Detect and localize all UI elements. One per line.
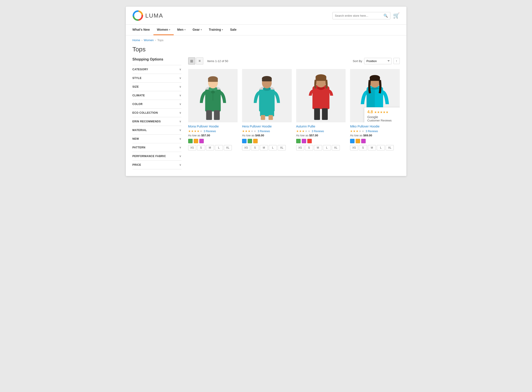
review-link-4[interactable]: 3 Reviews (366, 130, 378, 133)
product-card-1: Mona Pullover Hoodie ★ ★ ★ ★ ★ 3 Reviews… (188, 69, 238, 150)
filter-pattern-chevron: ∨ (179, 146, 181, 149)
size-xl-1[interactable]: XL (224, 145, 232, 150)
filter-eco-header[interactable]: ECO COLLECTION ∨ (133, 109, 181, 117)
size-m-4[interactable]: M (368, 145, 376, 150)
size-m-2[interactable]: M (260, 145, 268, 150)
swatch-blue-4[interactable] (350, 139, 355, 143)
size-xs-4[interactable]: XS (350, 145, 358, 150)
product-image-3 (296, 69, 346, 122)
size-xl-2[interactable]: XL (278, 145, 286, 150)
view-grid-button[interactable]: ⊞ (188, 57, 195, 65)
filter-category-chevron: ∨ (179, 68, 181, 71)
nav-chevron-training: ▾ (222, 28, 223, 31)
swatch-orange-4[interactable] (356, 139, 360, 143)
filter-pattern-label: PATTERN (133, 146, 145, 149)
filter-erin-header[interactable]: ERIN RECOMMENDS ∨ (133, 117, 181, 126)
size-s-3[interactable]: S (305, 145, 313, 150)
header-right: 🔍 🛒 (332, 12, 400, 19)
sort-select[interactable]: Position Product Name Price (364, 58, 392, 64)
filter-size-header[interactable]: SIZE ∨ (133, 83, 181, 91)
nav-item-women[interactable]: Women ▾ (153, 25, 174, 35)
swatch-green-2[interactable] (248, 139, 252, 143)
swatch-green-3[interactable] (296, 139, 301, 143)
product-name-2[interactable]: Hera Pullover Hoodie (242, 125, 292, 128)
product-grid: Mona Pullover Hoodie ★ ★ ★ ★ ★ 3 Reviews… (188, 69, 400, 150)
swatch-orange-1[interactable] (194, 139, 198, 143)
nav-item-men[interactable]: Men ▾ (174, 25, 189, 35)
breadcrumb-home[interactable]: Home (133, 38, 140, 42)
swatch-orange-2[interactable] (253, 139, 258, 143)
size-l-2[interactable]: L (269, 145, 277, 150)
product-name-4[interactable]: Miko Pullover Hoodie (350, 125, 400, 128)
product-area: ⊞ ≡ Items 1-12 of 50 Sort By Position Pr… (188, 57, 400, 169)
swatch-purple-4[interactable] (361, 139, 366, 143)
filter-performance-header[interactable]: PERFORMANCE FABRIC ∨ (133, 152, 181, 160)
filter-material-header[interactable]: MATERIAL ∨ (133, 126, 181, 134)
filter-price-header[interactable]: PRICE ∨ (133, 161, 181, 169)
product-name-3[interactable]: Autumn Pullie (296, 125, 346, 128)
filter-color-header[interactable]: COLOR ∨ (133, 100, 181, 108)
size-s-1[interactable]: S (197, 145, 205, 150)
size-xl-4[interactable]: XL (386, 145, 394, 150)
product-name-1[interactable]: Mona Pullover Hoodie (188, 125, 238, 128)
filter-new: NEW ∨ (133, 134, 181, 143)
size-s-4[interactable]: S (359, 145, 367, 150)
size-l-1[interactable]: L (215, 145, 223, 150)
view-list-button[interactable]: ≡ (196, 57, 203, 65)
filter-new-header[interactable]: NEW ∨ (133, 135, 181, 143)
filter-price-label: PRICE (133, 163, 141, 166)
price-row-1: As low as $57.00 (188, 134, 238, 137)
header: LUMA 🔍 🛒 (126, 7, 406, 25)
size-l-3[interactable]: L (323, 145, 331, 150)
product-card-3: Autumn Pullie ★ ★ ★ ★ ★ 3 Reviews As low… (296, 69, 346, 150)
swatch-red-3[interactable] (307, 139, 312, 143)
svg-rect-7 (206, 110, 212, 120)
filter-category-header[interactable]: CATEGORY ∨ (133, 65, 181, 74)
size-xs-3[interactable]: XS (296, 145, 304, 150)
filter-eco-chevron: ∨ (179, 111, 181, 114)
search-box[interactable]: 🔍 (332, 12, 390, 19)
swatch-blue-2[interactable] (242, 139, 247, 143)
svg-rect-21 (312, 88, 329, 109)
filter-climate-header[interactable]: CLIMATE ∨ (133, 91, 181, 100)
size-xl-3[interactable]: XL (332, 145, 340, 150)
filter-erin-label: ERIN RECOMMENDS (133, 120, 161, 123)
size-m-3[interactable]: M (314, 145, 322, 150)
swatch-purple-1[interactable] (199, 139, 204, 143)
filter-pattern-header[interactable]: PATTERN ∨ (133, 143, 181, 152)
google-rating-stars: ★★★★★ (374, 110, 389, 114)
svg-rect-25 (314, 108, 320, 120)
size-m-1[interactable]: M (206, 145, 214, 150)
size-l-4[interactable]: L (377, 145, 385, 150)
breadcrumb-women[interactable]: Women (144, 38, 154, 42)
cart-icon[interactable]: 🛒 (393, 13, 400, 19)
toolbar-left: ⊞ ≡ Items 1-12 of 50 (188, 57, 228, 65)
nav-item-gear[interactable]: Gear ▾ (189, 25, 205, 35)
filter-pattern: PATTERN ∨ (133, 143, 181, 152)
size-xs-1[interactable]: XS (188, 145, 196, 150)
filter-size-label: SIZE (133, 85, 139, 88)
filter-style-chevron: ∨ (179, 77, 181, 80)
review-link-1[interactable]: 3 Reviews (204, 130, 216, 133)
toolbar-right: Sort By Position Product Name Price ↑ (353, 58, 400, 64)
stars-1: ★ ★ ★ ★ ★ (188, 130, 202, 133)
sort-direction-button[interactable]: ↑ (394, 58, 400, 64)
swatch-green-1[interactable] (188, 139, 193, 143)
filter-eco-label: ECO COLLECTION (133, 111, 158, 114)
swatch-purple-3[interactable] (302, 139, 306, 143)
size-options-2: XS S M L XL (242, 145, 292, 150)
stars-3: ★ ★ ★ ★ ★ (296, 130, 310, 133)
filter-size: SIZE ∨ (133, 82, 181, 91)
size-xs-2[interactable]: XS (242, 145, 250, 150)
filter-color-label: COLOR (133, 103, 143, 106)
filter-style-header[interactable]: STYLE ∨ (133, 74, 181, 82)
search-input[interactable] (335, 14, 384, 17)
search-button[interactable]: 🔍 (384, 14, 388, 18)
size-s-2[interactable]: S (251, 145, 259, 150)
review-link-3[interactable]: 3 Reviews (312, 130, 324, 133)
nav-item-training[interactable]: Training ▾ (205, 25, 227, 35)
review-link-2[interactable]: 3 Reviews (258, 130, 270, 133)
nav-item-whats-new[interactable]: What's New (133, 25, 153, 35)
nav-item-sale[interactable]: Sale (227, 25, 240, 35)
breadcrumb: Home › Women › Tops (126, 35, 406, 45)
